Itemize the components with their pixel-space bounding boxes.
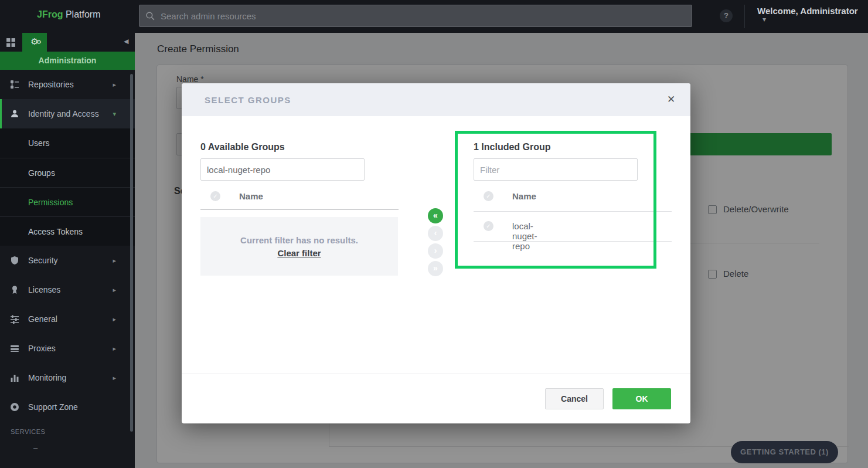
- sidebar-item-users[interactable]: Users: [0, 128, 135, 158]
- sidebar-item-label: Security: [28, 256, 58, 265]
- admin-sidebar: ⚙ ⚙ ◀ Administration Repositories ▸ Iden…: [0, 33, 135, 468]
- award-icon: [10, 285, 19, 294]
- sidebar-item-groups[interactable]: Groups: [0, 158, 135, 187]
- move-right-button[interactable]: ›: [428, 243, 443, 259]
- search-icon: [145, 11, 155, 21]
- chevron-down-icon: ▾: [113, 110, 116, 118]
- clear-filter-link[interactable]: Clear filter: [277, 248, 321, 258]
- chevron-right-icon: ▸: [113, 257, 116, 264]
- sidebar-menu: Repositories ▸ Identity and Access ▾ Use…: [0, 70, 135, 422]
- move-all-right-button[interactable]: »: [428, 261, 443, 276]
- gear-small-icon: ⚙: [36, 39, 42, 45]
- chevron-right-icon: ▸: [113, 81, 116, 89]
- admin-search-box[interactable]: [139, 5, 692, 27]
- sidebar-item-label: Monitoring: [28, 373, 66, 382]
- sidebar-item-security[interactable]: Security ▸: [0, 246, 135, 275]
- sidebar-item-label: Permissions: [28, 198, 73, 207]
- logo-platform: Platform: [63, 9, 100, 19]
- available-header-divider: [200, 209, 399, 210]
- empty-filter-message: Current filter has no results.: [240, 235, 358, 245]
- logo-jfrog: JFrog: [37, 9, 63, 19]
- modal-header: SELECT GROUPS ✕: [182, 83, 690, 116]
- available-groups-heading: 0 Available Groups: [200, 142, 285, 152]
- tab-administration[interactable]: ⚙ ⚙: [22, 33, 47, 52]
- search-input[interactable]: [161, 5, 682, 26]
- sidebar-item-label: Repositories: [28, 80, 74, 89]
- close-icon[interactable]: ✕: [667, 93, 675, 106]
- lifebuoy-icon: [10, 402, 19, 412]
- sidebar-item-support-zone[interactable]: Support Zone: [0, 392, 135, 422]
- sidebar-item-label: Licenses: [28, 285, 60, 294]
- sidebar-item-label: Support Zone: [28, 402, 78, 412]
- sidebar-section-title: Administration: [0, 52, 135, 70]
- modal-footer-divider: [182, 374, 690, 374]
- identity-submenu: Users Groups Permissions Access Tokens: [0, 128, 135, 246]
- help-icon[interactable]: ?: [720, 9, 733, 22]
- sidebar-item-proxies[interactable]: Proxies ▸: [0, 334, 135, 363]
- services-section-label: SERVICES: [11, 428, 45, 435]
- sidebar-item-label: Proxies: [28, 344, 56, 353]
- move-left-button[interactable]: ‹: [428, 226, 443, 241]
- user-icon: [10, 109, 19, 118]
- collapse-sidebar-icon[interactable]: ◀: [124, 38, 128, 45]
- shield-icon: [10, 256, 19, 265]
- user-menu[interactable]: Welcome, Administrator: [757, 6, 855, 16]
- services-placeholder: –: [33, 443, 38, 452]
- repositories-icon: [10, 80, 19, 89]
- chevron-right-icon: ▸: [113, 374, 116, 382]
- sidebar-item-label: Groups: [28, 168, 55, 178]
- sidebar-item-repositories[interactable]: Repositories ▸: [0, 70, 135, 99]
- sidebar-item-monitoring[interactable]: Monitoring ▸: [0, 363, 135, 392]
- chevron-down-icon[interactable]: ▾: [763, 15, 766, 23]
- sidebar-item-identity-and-access[interactable]: Identity and Access ▾: [0, 99, 135, 128]
- topbar-divider: [744, 5, 745, 28]
- sidebar-item-licenses[interactable]: Licenses ▸: [0, 275, 135, 304]
- sidebar-scrollbar[interactable]: [130, 74, 133, 432]
- ok-button[interactable]: OK: [612, 388, 671, 409]
- top-bar: JFrog Platform ? Welcome, Administrator …: [0, 0, 868, 33]
- select-all-available-icon[interactable]: ✓: [210, 191, 220, 201]
- chevron-right-icon: ▸: [113, 286, 116, 294]
- chevron-right-icon: ▸: [113, 316, 116, 323]
- available-empty-state: Current filter has no results. Clear fil…: [200, 217, 398, 276]
- sidebar-item-access-tokens[interactable]: Access Tokens: [0, 216, 135, 246]
- available-name-column-header: Name: [239, 191, 263, 201]
- sidebar-header: ⚙ ⚙ ◀: [0, 33, 135, 52]
- apps-grid-icon[interactable]: [6, 38, 16, 48]
- available-filter-input[interactable]: [200, 158, 365, 181]
- sidebar-item-permissions[interactable]: Permissions: [0, 187, 135, 216]
- sliders-icon: [10, 314, 19, 324]
- chevron-right-icon: ▸: [113, 345, 116, 352]
- sidebar-item-label: Identity and Access: [28, 109, 99, 118]
- sidebar-item-label: Access Tokens: [28, 227, 83, 236]
- sidebar-item-label: General: [28, 314, 57, 324]
- cancel-button[interactable]: Cancel: [545, 388, 604, 409]
- sidebar-item-label: Users: [28, 138, 50, 148]
- move-all-left-button[interactable]: «: [428, 208, 443, 223]
- bar-chart-icon: [10, 373, 19, 382]
- highlight-box: [455, 131, 656, 269]
- app-logo: JFrog Platform: [37, 9, 100, 20]
- sidebar-item-general[interactable]: General ▸: [0, 304, 135, 334]
- server-icon: [10, 344, 19, 353]
- modal-title: SELECT GROUPS: [205, 95, 291, 105]
- select-groups-modal: SELECT GROUPS ✕ 0 Available Groups ✓ Nam…: [182, 83, 690, 423]
